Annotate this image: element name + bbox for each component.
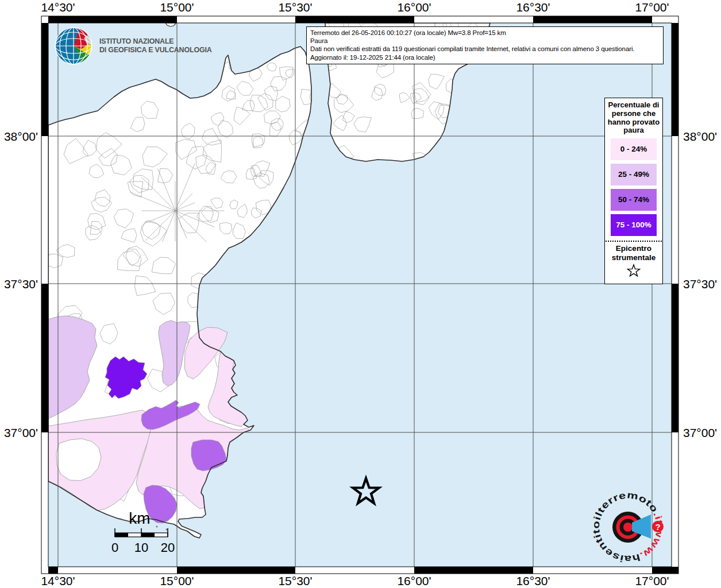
question-badge-glyph: ? xyxy=(655,522,660,532)
islet-dot xyxy=(166,529,168,531)
macroseismic-map-page: www.haisentitoilterremoto.it? Terremoto … xyxy=(0,0,721,588)
axis-label-top-3: 16°00' xyxy=(397,1,431,14)
map-canvas: www.haisentitoilterremoto.it? xyxy=(0,0,721,588)
axis-label-left-2: 37°00' xyxy=(1,426,38,440)
legend-divider xyxy=(606,241,662,242)
axis-label-bottom-4: 16°30' xyxy=(516,574,550,588)
legend-title: Percentuale di persone che hanno provato… xyxy=(605,101,662,135)
axis-label-right-2: 37°00' xyxy=(683,426,717,440)
legend-label-0: 0 - 24% xyxy=(620,145,647,153)
axis-label-top-2: 15°30' xyxy=(278,1,312,14)
legend-swatch-0: 0 - 24% xyxy=(611,138,657,160)
ingv-name-line1: ISTITUTO NAZIONALE xyxy=(99,37,212,46)
legend-label-2: 50 - 74% xyxy=(618,195,649,204)
axis-label-top-4: 16°30' xyxy=(516,1,550,14)
axis-label-bottom-0: 14°30' xyxy=(41,574,75,588)
axis-label-right-1: 37°30' xyxy=(683,277,717,291)
axis-label-top-1: 15°00' xyxy=(160,1,194,14)
scalebar-tick-10: 10 xyxy=(134,540,148,555)
islet-dot xyxy=(156,526,158,528)
axis-label-top-5: 17°00' xyxy=(635,1,669,14)
updated-at: Aggiornato il: 19-12-2025 21:44 (ora loc… xyxy=(310,53,660,61)
axis-label-bottom-2: 15°30' xyxy=(278,574,312,588)
scalebar-tick-0: 0 xyxy=(111,540,118,555)
axis-label-left-1: 37°30' xyxy=(1,277,38,291)
ingv-globe-icon xyxy=(54,25,94,65)
ingv-logo: ISTITUTO NAZIONALE DI GEOFISICA E VULCAN… xyxy=(54,25,212,65)
legend-swatch-1: 25 - 49% xyxy=(611,164,657,185)
legend-label-1: 25 - 49% xyxy=(618,170,649,179)
legend-label-3: 75 - 100% xyxy=(616,220,651,229)
axis-label-left-0: 38°00' xyxy=(1,130,38,144)
data-disclaimer: Dati non verificati estratti da 119 ques… xyxy=(310,45,660,53)
legend-swatch-3: 75 - 100% xyxy=(611,214,657,236)
legend-epicenter-label: Epicentro strumentale xyxy=(605,244,662,262)
scalebar-tick-20: 20 xyxy=(161,540,175,555)
axis-label-bottom-5: 17°00' xyxy=(635,574,669,588)
axis-label-bottom-3: 16°00' xyxy=(397,574,431,588)
scalebar-unit: km xyxy=(129,509,150,528)
ingv-name-line2: DI GEOFISICA E VULCANOLOGIA xyxy=(99,46,212,55)
legend-swatch-2: 50 - 74% xyxy=(611,189,657,211)
legend-star-icon xyxy=(605,263,662,279)
axis-label-top-0: 14°30' xyxy=(41,1,75,14)
effect-type: Paura xyxy=(310,37,660,45)
axis-label-bottom-1: 15°00' xyxy=(160,574,194,588)
event-summary: Terremoto del 26-05-2016 00:10:27 (ora l… xyxy=(310,29,660,37)
earthquake-info-box: Terremoto del 26-05-2016 00:10:27 (ora l… xyxy=(306,26,664,64)
legend: Percentuale di persone che hanno provato… xyxy=(604,98,663,284)
axis-label-right-0: 38°00' xyxy=(683,130,717,144)
